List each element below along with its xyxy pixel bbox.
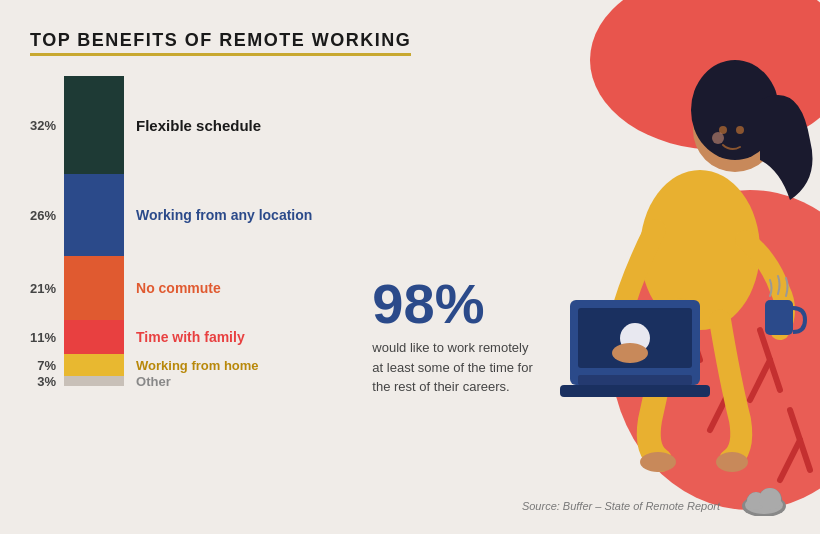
bar-flexible <box>64 76 124 174</box>
svg-point-24 <box>612 343 648 363</box>
bar-home <box>64 354 124 376</box>
cloud-logo <box>738 478 790 520</box>
stacked-bar <box>64 76 124 386</box>
svg-point-17 <box>716 452 748 472</box>
bar-location <box>64 174 124 256</box>
svg-point-14 <box>736 126 744 134</box>
pct-label-location: 26% <box>30 174 56 256</box>
svg-point-16 <box>640 452 676 472</box>
bar-family <box>64 320 124 354</box>
main-container: TOP BENEFITS OF REMOTE WORKING 32% 26% 2… <box>0 0 820 534</box>
pct-label-other: 3% <box>37 376 56 386</box>
bar-name-row-location: Working from any location <box>136 174 312 256</box>
bar-commute <box>64 256 124 320</box>
pct-label-family: 11% <box>30 320 56 354</box>
bar-name-row-commute: No commute <box>136 256 312 320</box>
source-text: Source: Buffer – State of Remote Report <box>522 500 720 512</box>
bar-names: Flexible schedule Working from any locat… <box>136 76 312 386</box>
illustration <box>440 0 820 510</box>
pct-label-flexible: 32% <box>30 76 56 174</box>
pct-label-commute: 21% <box>30 256 56 320</box>
svg-rect-22 <box>578 375 692 385</box>
bar-chart-group: 32% 26% 21% 11% 7% 3% <box>30 76 312 386</box>
svg-point-15 <box>712 132 724 144</box>
svg-point-31 <box>759 488 781 510</box>
bar-name-row-flexible: Flexible schedule <box>136 76 312 174</box>
pct-labels: 32% 26% 21% 11% 7% 3% <box>30 76 56 386</box>
bar-other <box>64 376 124 386</box>
svg-rect-23 <box>765 300 793 335</box>
illustration-svg <box>440 0 820 510</box>
bar-name-row-family: Time with family <box>136 320 312 354</box>
svg-rect-21 <box>560 385 710 397</box>
bar-name-row-other: Other <box>136 376 312 386</box>
